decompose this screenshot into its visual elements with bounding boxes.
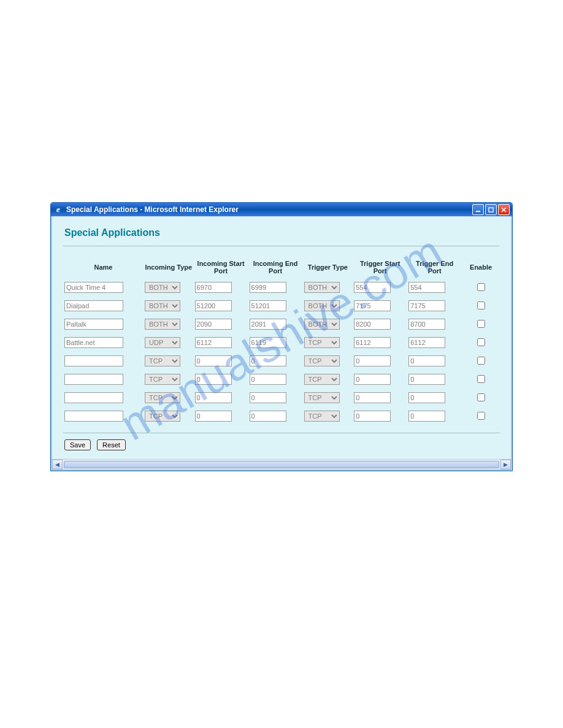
incoming-end-input[interactable] (250, 392, 286, 403)
name-input[interactable] (64, 355, 123, 366)
titlebar: e Special Applications - Microsoft Inter… (51, 203, 512, 216)
trigger-start-input[interactable] (354, 411, 391, 422)
name-input[interactable] (64, 392, 123, 403)
close-button[interactable] (498, 204, 510, 215)
enable-checkbox[interactable] (477, 320, 485, 328)
table-row: BOTHTCPUDPBOTHTCPUDP (63, 411, 500, 422)
enable-checkbox[interactable] (477, 283, 485, 291)
col-incoming-start: Incoming Start Port (194, 260, 248, 275)
name-input[interactable] (64, 337, 123, 348)
incoming-start-input[interactable] (195, 300, 232, 311)
enable-checkbox[interactable] (477, 375, 485, 383)
trigger-end-input[interactable] (408, 337, 445, 348)
incoming-start-input[interactable] (195, 282, 232, 293)
incoming-type-select[interactable]: BOTHTCPUDP (145, 300, 180, 311)
maximize-button[interactable] (485, 204, 497, 215)
incoming-end-input[interactable] (250, 300, 286, 311)
minimize-button[interactable] (472, 204, 484, 215)
incoming-type-select[interactable]: BOTHTCPUDP (145, 337, 180, 348)
incoming-start-input[interactable] (195, 337, 232, 348)
name-input[interactable] (64, 411, 123, 422)
name-input[interactable] (64, 374, 123, 385)
incoming-start-input[interactable] (195, 374, 232, 385)
trigger-type-select[interactable]: BOTHTCPUDP (304, 374, 340, 385)
svg-rect-1 (489, 208, 493, 212)
incoming-end-input[interactable] (250, 282, 286, 293)
page-content: Special Applications Name Incoming Type … (52, 216, 511, 459)
browser-window: e Special Applications - Microsoft Inter… (50, 202, 513, 471)
enable-checkbox[interactable] (477, 357, 485, 365)
incoming-type-select[interactable]: BOTHTCPUDP (145, 282, 180, 293)
col-trigger-type: Trigger Type (303, 260, 353, 275)
separator (63, 433, 500, 433)
trigger-type-select[interactable]: BOTHTCPUDP (304, 411, 340, 422)
enable-checkbox[interactable] (477, 412, 485, 420)
save-button[interactable]: Save (64, 439, 91, 450)
trigger-start-input[interactable] (354, 374, 391, 385)
incoming-end-input[interactable] (250, 411, 286, 422)
incoming-end-input[interactable] (250, 374, 286, 385)
enable-checkbox[interactable] (477, 338, 485, 346)
trigger-end-input[interactable] (408, 282, 445, 293)
col-incoming-end: Incoming End Port (248, 260, 303, 275)
incoming-end-input[interactable] (250, 319, 286, 330)
trigger-end-input[interactable] (408, 319, 445, 330)
trigger-start-input[interactable] (354, 282, 391, 293)
name-input[interactable] (64, 300, 123, 311)
table-row: BOTHTCPUDPBOTHTCPUDP (63, 374, 500, 385)
ie-icon: e (53, 205, 63, 214)
incoming-start-input[interactable] (195, 355, 232, 366)
scroll-track[interactable] (63, 460, 500, 469)
col-enable: Enable (462, 260, 500, 275)
incoming-end-input[interactable] (250, 355, 286, 366)
trigger-end-input[interactable] (408, 300, 445, 311)
name-input[interactable] (64, 282, 123, 293)
name-input[interactable] (64, 319, 123, 330)
col-trigger-end: Trigger End Port (407, 260, 462, 275)
client-area: Special Applications Name Incoming Type … (51, 216, 512, 471)
table-row: BOTHTCPUDPBOTHTCPUDP (63, 392, 500, 403)
scroll-left-arrow[interactable]: ◀ (52, 460, 63, 469)
window-controls (472, 204, 510, 215)
trigger-start-input[interactable] (354, 300, 391, 311)
trigger-end-input[interactable] (408, 355, 445, 366)
scroll-right-arrow[interactable]: ▶ (500, 460, 511, 469)
trigger-start-input[interactable] (354, 355, 391, 366)
reset-button[interactable]: Reset (97, 439, 126, 450)
trigger-end-input[interactable] (408, 374, 445, 385)
table-row: BOTHTCPUDPBOTHTCPUDP (63, 300, 500, 311)
window-title: Special Applications - Microsoft Interne… (66, 205, 472, 214)
applications-table: Name Incoming Type Incoming Start Port I… (63, 252, 500, 429)
col-trigger-start: Trigger Start Port (353, 260, 407, 275)
enable-checkbox[interactable] (477, 393, 485, 401)
incoming-start-input[interactable] (195, 392, 232, 403)
incoming-type-select[interactable]: BOTHTCPUDP (145, 355, 180, 366)
incoming-type-select[interactable]: BOTHTCPUDP (145, 374, 180, 385)
scroll-thumb[interactable] (64, 461, 499, 468)
trigger-type-select[interactable]: BOTHTCPUDP (304, 300, 340, 311)
incoming-type-select[interactable]: BOTHTCPUDP (145, 319, 180, 330)
trigger-start-input[interactable] (354, 337, 391, 348)
trigger-type-select[interactable]: BOTHTCPUDP (304, 337, 340, 348)
incoming-start-input[interactable] (195, 319, 232, 330)
table-row: BOTHTCPUDPBOTHTCPUDP (63, 319, 500, 330)
trigger-type-select[interactable]: BOTHTCPUDP (304, 319, 340, 330)
col-name: Name (63, 260, 144, 275)
incoming-start-input[interactable] (195, 411, 232, 422)
trigger-type-select[interactable]: BOTHTCPUDP (304, 392, 340, 403)
enable-checkbox[interactable] (477, 301, 485, 309)
incoming-type-select[interactable]: BOTHTCPUDP (145, 392, 180, 403)
trigger-start-input[interactable] (354, 319, 391, 330)
incoming-end-input[interactable] (250, 337, 286, 348)
trigger-end-input[interactable] (408, 411, 445, 422)
trigger-start-input[interactable] (354, 392, 391, 403)
incoming-type-select[interactable]: BOTHTCPUDP (145, 411, 180, 422)
button-row: Save Reset (64, 439, 499, 450)
trigger-end-input[interactable] (408, 392, 445, 403)
table-header-row: Name Incoming Type Incoming Start Port I… (63, 260, 500, 275)
horizontal-scrollbar[interactable]: ◀ ▶ (52, 459, 511, 469)
trigger-type-select[interactable]: BOTHTCPUDP (304, 282, 340, 293)
page-title: Special Applications (64, 227, 499, 238)
trigger-type-select[interactable]: BOTHTCPUDP (304, 355, 340, 366)
table-row: BOTHTCPUDPBOTHTCPUDP (63, 355, 500, 366)
